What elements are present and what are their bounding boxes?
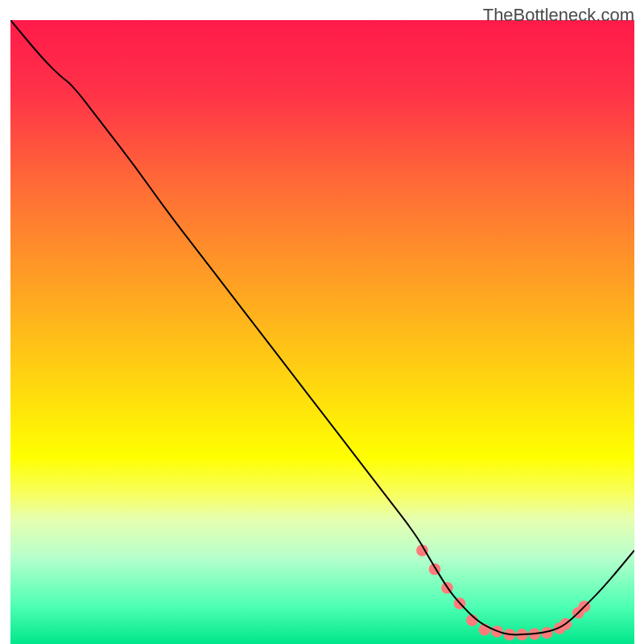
plot-area — [10, 20, 634, 644]
gradient-background — [10, 20, 634, 644]
watermark-text: TheBottleneck.com — [483, 5, 634, 26]
chart-container: TheBottleneck.com — [0, 0, 644, 644]
chart-svg — [10, 20, 634, 644]
